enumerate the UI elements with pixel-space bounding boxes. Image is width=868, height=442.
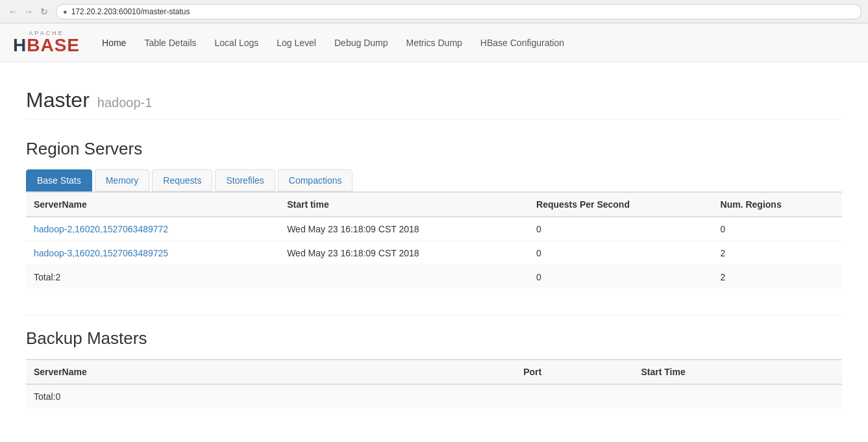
main-content: Master hadoop-1 Region Servers Base Stat… <box>0 62 868 442</box>
col-requests-per-second: Requests Per Second <box>528 192 713 217</box>
total-empty <box>279 265 528 289</box>
region-servers-table: ServerName Start time Requests Per Secon… <box>26 191 842 289</box>
nav-link-debug-dump[interactable]: Debug Dump <box>325 32 397 53</box>
tab-requests[interactable]: Requests <box>152 169 212 191</box>
nav-link-metrics-dump[interactable]: Metrics Dump <box>397 32 471 53</box>
tab-memory[interactable]: Memory <box>95 169 150 191</box>
start-time-cell-2: Wed May 23 16:18:09 CST 2018 <box>279 241 528 265</box>
region-servers-section: Region Servers Base Stats Memory Request… <box>26 139 842 289</box>
rps-cell-2: 0 <box>528 241 713 265</box>
backup-col-start-time: Start Time <box>633 360 842 384</box>
url-text: 172.20.2.203:60010/master-status <box>71 7 190 16</box>
brand-logo[interactable]: APACHE HBASE <box>13 31 80 55</box>
rps-cell-1: 0 <box>528 217 713 241</box>
num-regions-cell-1: 0 <box>713 217 842 241</box>
backup-total-row: Total:0 <box>26 384 842 408</box>
reload-button[interactable]: ↻ <box>38 5 51 18</box>
table-header-row: ServerName Start time Requests Per Secon… <box>26 192 842 217</box>
tab-storefiles[interactable]: Storefiles <box>215 169 275 191</box>
total-row: Total:2 0 2 <box>26 265 842 289</box>
master-title-text: Master <box>26 88 90 112</box>
backup-total-port <box>515 384 633 408</box>
url-bar[interactable]: ● 172.20.2.203:60010/master-status <box>56 4 862 19</box>
table-row: hadoop-2,16020,1527063489772 Wed May 23 … <box>26 217 842 241</box>
lock-icon: ● <box>63 8 68 16</box>
server-name-cell-2: hadoop-3,16020,1527063489725 <box>26 241 279 265</box>
start-time-cell-1: Wed May 23 16:18:09 CST 2018 <box>279 217 528 241</box>
nav-links: Home Table Details Local Logs Log Level … <box>93 32 573 53</box>
backup-total-label: Total:0 <box>26 384 515 408</box>
nav-item-metrics-dump[interactable]: Metrics Dump <box>397 32 471 53</box>
forward-button[interactable]: → <box>22 5 35 18</box>
nav-buttons: ← → ↻ <box>6 5 51 18</box>
num-regions-cell-2: 2 <box>713 241 842 265</box>
nav-link-home[interactable]: Home <box>93 32 135 53</box>
nav-item-log-level[interactable]: Log Level <box>267 32 325 53</box>
nav-item-hbase-config[interactable]: HBase Configuration <box>471 32 573 53</box>
nav-link-local-logs[interactable]: Local Logs <box>206 32 268 53</box>
browser-chrome: ← → ↻ ● 172.20.2.203:60010/master-status <box>0 0 868 23</box>
master-header: Master hadoop-1 <box>26 75 842 119</box>
nav-item-local-logs[interactable]: Local Logs <box>206 32 268 53</box>
backup-masters-title: Backup Masters <box>26 328 842 349</box>
region-servers-title: Region Servers <box>26 139 842 159</box>
backup-col-server-name: ServerName <box>26 360 515 384</box>
nav-link-table-details[interactable]: Table Details <box>135 32 205 53</box>
col-num-regions: Num. Regions <box>713 192 842 217</box>
backup-total-time <box>633 384 842 408</box>
tab-compactions[interactable]: Compactions <box>278 169 353 191</box>
master-hostname: hadoop-1 <box>97 95 153 110</box>
region-servers-tabs: Base Stats Memory Requests Storefiles Co… <box>26 169 842 191</box>
tab-base-stats[interactable]: Base Stats <box>26 169 92 191</box>
nav-link-hbase-config[interactable]: HBase Configuration <box>471 32 573 53</box>
col-start-time: Start time <box>279 192 528 217</box>
backup-masters-table: ServerName Port Start Time Total:0 <box>26 359 842 408</box>
back-button[interactable]: ← <box>6 5 19 18</box>
total-rps: 0 <box>528 265 713 289</box>
server-link-1[interactable]: hadoop-2,16020,1527063489772 <box>34 224 168 234</box>
section-divider <box>26 315 842 315</box>
backup-masters-section: Backup Masters ServerName Port Start Tim… <box>26 328 842 408</box>
navbar: APACHE HBASE Home Table Details Local Lo… <box>0 23 868 62</box>
server-name-cell: hadoop-2,16020,1527063489772 <box>26 217 279 241</box>
total-label: Total:2 <box>26 265 279 289</box>
total-regions: 2 <box>713 265 842 289</box>
nav-item-home[interactable]: Home <box>93 32 135 53</box>
nav-item-table-details[interactable]: Table Details <box>135 32 205 53</box>
server-link-2[interactable]: hadoop-3,16020,1527063489725 <box>34 248 168 258</box>
nav-link-log-level[interactable]: Log Level <box>267 32 325 53</box>
table-row: hadoop-3,16020,1527063489725 Wed May 23 … <box>26 241 842 265</box>
nav-item-debug-dump[interactable]: Debug Dump <box>325 32 397 53</box>
col-server-name: ServerName <box>26 192 279 217</box>
backup-col-port: Port <box>515 360 633 384</box>
backup-table-header-row: ServerName Port Start Time <box>26 360 842 384</box>
hbase-text: HBASE <box>13 36 80 55</box>
